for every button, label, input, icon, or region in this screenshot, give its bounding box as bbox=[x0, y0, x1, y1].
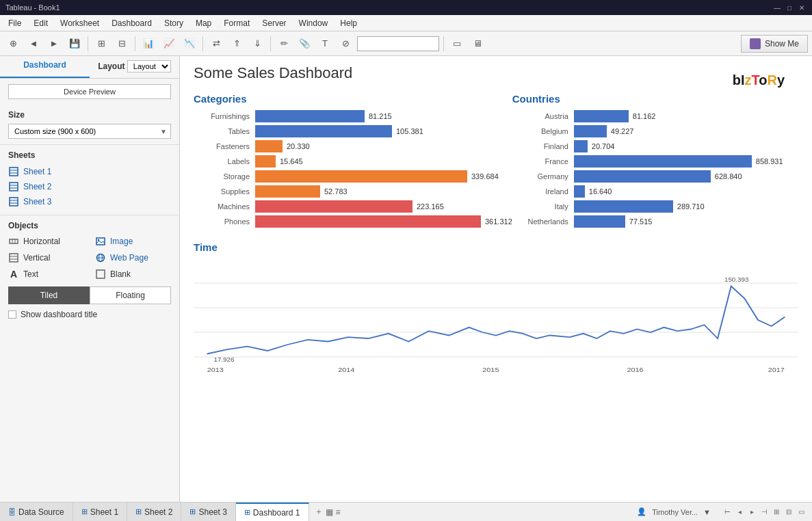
chart-area-icon[interactable]: 📉 bbox=[181, 35, 198, 53]
grid-view-icon[interactable]: ⊞ bbox=[771, 507, 782, 518]
menu-map[interactable]: Map bbox=[190, 17, 217, 29]
tab-sheet3[interactable]: ⊞ Sheet 3 bbox=[181, 503, 235, 522]
nav-last-button[interactable]: ⊣ bbox=[759, 507, 770, 518]
sheet3-item[interactable]: Sheet 3 bbox=[8, 194, 171, 209]
title-bar: Tableau - Book1 — □ ✕ bbox=[0, 0, 812, 15]
layout-select[interactable]: Layout bbox=[127, 60, 171, 72]
horizontal-obj[interactable]: Horizontal bbox=[8, 235, 84, 248]
add-tab-button[interactable]: ＋ ▦ ≡ bbox=[309, 503, 346, 522]
sort-desc-icon[interactable]: ⇓ bbox=[248, 35, 266, 53]
menu-dashboard[interactable]: Dashboard bbox=[106, 17, 157, 29]
image-label: Image bbox=[110, 237, 133, 246]
size-select[interactable]: Custom size (900 x 600) bbox=[8, 124, 171, 139]
svg-text:2015: 2015 bbox=[482, 366, 499, 374]
tab-data-source[interactable]: 🗄 Data Source bbox=[0, 503, 73, 522]
bar-row: Supplies 52.783 bbox=[194, 185, 512, 198]
swap-icon[interactable]: ⇄ bbox=[207, 35, 225, 53]
svg-text:150.393: 150.393 bbox=[724, 276, 748, 284]
text-obj[interactable]: A Text bbox=[8, 267, 84, 281]
nav-first-button[interactable]: ⊢ bbox=[722, 507, 733, 518]
label-icon[interactable]: T bbox=[316, 35, 334, 53]
sort-asc-icon[interactable]: ⇑ bbox=[228, 35, 246, 53]
objects-grid: Horizontal Image Vertical bbox=[8, 235, 171, 281]
present-view-icon[interactable]: ▭ bbox=[796, 507, 807, 518]
sep4 bbox=[270, 36, 271, 51]
add-story-icon: ≡ bbox=[336, 507, 341, 517]
sheet2-item[interactable]: Sheet 2 bbox=[8, 179, 171, 194]
status-bar: 🗄 Data Source ⊞ Sheet 1 ⊞ Sheet 2 ⊞ Shee… bbox=[0, 502, 812, 521]
web-icon bbox=[95, 252, 106, 263]
show-me-button[interactable]: Show Me bbox=[741, 35, 808, 53]
countries-title: Countries bbox=[512, 93, 798, 105]
svg-rect-9 bbox=[10, 239, 18, 243]
vertical-obj[interactable]: Vertical bbox=[8, 251, 84, 265]
toolbar: ⊕ ◄ ► 💾 ⊞ ⊟ 📊 📈 📉 ⇄ ⇑ ⇓ ✏ 📎 T ⊘ ▭ 🖥 Show… bbox=[0, 31, 812, 56]
chart-line-icon[interactable]: 📈 bbox=[160, 35, 178, 53]
bar-row: Austria 81.162 bbox=[512, 110, 798, 122]
menu-format[interactable]: Format bbox=[218, 17, 255, 29]
menu-worksheet[interactable]: Worksheet bbox=[55, 17, 105, 29]
show-title-checkbox[interactable] bbox=[8, 310, 16, 319]
minimize-btn[interactable]: — bbox=[772, 3, 782, 12]
menu-story[interactable]: Story bbox=[159, 17, 189, 29]
tab-sheet1-label: Sheet 1 bbox=[90, 507, 118, 517]
menu-server[interactable]: Server bbox=[257, 17, 291, 29]
nav-prev-button[interactable]: ◂ bbox=[734, 507, 745, 518]
device-icon[interactable]: 🖥 bbox=[469, 35, 486, 53]
sheet1-item[interactable]: Sheet 1 bbox=[8, 164, 171, 179]
nav-next-button[interactable]: ▸ bbox=[746, 507, 757, 518]
bar-row: Storage 339.684 bbox=[194, 170, 512, 183]
sheets-label: Sheets bbox=[8, 150, 171, 160]
dashboard-title: Some Sales Dashboard bbox=[194, 64, 798, 82]
present-icon[interactable]: ▭ bbox=[448, 35, 466, 53]
bar-row: Fasteners 20.330 bbox=[194, 140, 512, 152]
show-me-icon bbox=[750, 38, 761, 49]
image-obj[interactable]: Image bbox=[95, 235, 171, 248]
menu-help[interactable]: Help bbox=[335, 17, 363, 29]
home-icon[interactable]: ⊕ bbox=[4, 35, 22, 53]
blank-obj[interactable]: Blank bbox=[95, 267, 171, 281]
tiled-button[interactable]: Tiled bbox=[8, 286, 90, 304]
mark-icon[interactable]: ✏ bbox=[275, 35, 293, 53]
web-page-obj[interactable]: Web Page bbox=[95, 251, 171, 265]
new-datasource-icon[interactable]: ⊞ bbox=[92, 35, 110, 53]
svg-text:2016: 2016 bbox=[627, 366, 644, 374]
tooltip-icon[interactable]: ⊘ bbox=[337, 35, 354, 53]
chart-bar-icon[interactable]: 📊 bbox=[140, 35, 157, 53]
tab-dashboard1[interactable]: ⊞ Dashboard 1 bbox=[236, 503, 309, 522]
device-preview-button[interactable]: Device Preview bbox=[8, 84, 171, 99]
back-icon[interactable]: ◄ bbox=[25, 35, 42, 53]
menu-edit[interactable]: Edit bbox=[28, 17, 53, 29]
bar-row: Netherlands 77.515 bbox=[512, 215, 798, 228]
charts-top: Categories Furnishings 81.215 Tables 105… bbox=[194, 93, 798, 230]
menu-file[interactable]: File bbox=[3, 17, 27, 29]
image-icon bbox=[95, 236, 106, 247]
search-input[interactable] bbox=[357, 36, 439, 51]
size-label: Size bbox=[8, 110, 171, 120]
bar-row: Germany 628.840 bbox=[512, 170, 798, 183]
tab-layout[interactable]: Layout Layout bbox=[90, 56, 179, 78]
tab-sheet1[interactable]: ⊞ Sheet 1 bbox=[73, 503, 127, 522]
annotate-icon[interactable]: 📎 bbox=[296, 35, 313, 53]
tab-dashboard[interactable]: Dashboard bbox=[0, 56, 90, 78]
svg-rect-20 bbox=[96, 270, 105, 278]
floating-button[interactable]: Floating bbox=[90, 286, 171, 304]
forward-icon[interactable]: ► bbox=[45, 35, 63, 53]
time-chart: 17.926 150.393 2013 2014 2015 2016 2017 bbox=[194, 258, 798, 395]
fit-view-icon[interactable]: ⊟ bbox=[783, 507, 794, 518]
sheet1-label: Sheet 1 bbox=[23, 167, 51, 176]
blank-icon bbox=[95, 269, 106, 280]
bar-row: Finland 20.704 bbox=[512, 140, 798, 152]
extract-icon[interactable]: ⊟ bbox=[113, 35, 131, 53]
tab-sheet2[interactable]: ⊞ Sheet 2 bbox=[127, 503, 181, 522]
user-dropdown-icon[interactable]: ▼ bbox=[703, 508, 711, 516]
bar-row: Machines 223.165 bbox=[194, 200, 512, 213]
maximize-btn[interactable]: □ bbox=[785, 3, 794, 12]
text-label: Text bbox=[23, 269, 38, 279]
close-btn[interactable]: ✕ bbox=[797, 3, 807, 12]
menu-window[interactable]: Window bbox=[293, 17, 334, 29]
tiled-floating-toggle: Tiled Floating bbox=[8, 286, 171, 304]
svg-text:2014: 2014 bbox=[338, 366, 354, 374]
svg-rect-0 bbox=[10, 168, 18, 176]
save-icon[interactable]: 💾 bbox=[66, 35, 83, 53]
